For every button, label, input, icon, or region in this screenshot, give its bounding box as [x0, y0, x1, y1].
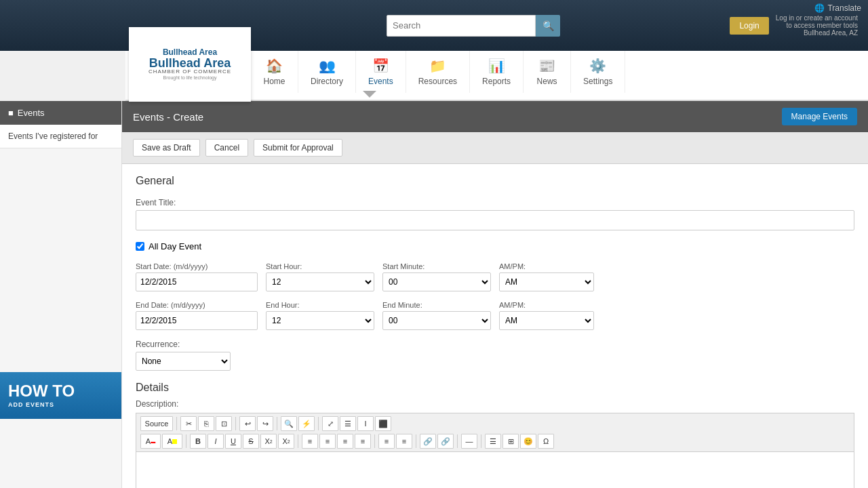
- user-info: Log in or create an accountto access mem…: [776, 14, 858, 37]
- end-ampm-select[interactable]: AMPM: [499, 311, 594, 330]
- editor-paste-btn[interactable]: ⊡: [216, 416, 232, 431]
- start-minute-select[interactable]: 00153045: [382, 272, 491, 291]
- recurrence-select[interactable]: NoneDailyWeeklyMonthlyYearly: [136, 352, 231, 371]
- end-hour-group: End Hour: 12123: [266, 301, 374, 330]
- editor-emoji-btn[interactable]: 😊: [520, 434, 536, 449]
- editor-bold-btn[interactable]: B: [190, 434, 206, 449]
- tb-sep5: [186, 434, 186, 448]
- submit-approval-button[interactable]: Submit for Approval: [254, 139, 342, 157]
- editor-link-btn[interactable]: 🔗: [420, 434, 436, 449]
- end-date-label: End Date: (m/d/yyyy): [136, 301, 258, 309]
- recurrence-label: Recurrence:: [136, 340, 854, 349]
- settings-icon: ⚙️: [589, 58, 606, 74]
- editor-table-btn[interactable]: ⊞: [502, 434, 519, 449]
- main-layout: ■ Events Events I've registered for HOW …: [0, 101, 868, 488]
- directory-icon: 👥: [319, 58, 336, 74]
- editor-fullscreen-btn[interactable]: ⤢: [322, 416, 338, 431]
- start-date-input[interactable]: [136, 272, 258, 291]
- sidebar-item-registered[interactable]: Events I've registered for: [0, 125, 121, 148]
- cancel-button[interactable]: Cancel: [205, 139, 248, 157]
- resources-icon: 📁: [429, 58, 446, 74]
- editor-italic-btn[interactable]: I: [208, 434, 224, 449]
- nav-item-home[interactable]: 🏠 Home: [251, 51, 298, 93]
- editor-align-left-btn[interactable]: ≡: [302, 434, 318, 449]
- content-area: Events - Create Manage Events Save as Dr…: [122, 101, 868, 488]
- logo-bullhead: Bullhead Area: [149, 57, 231, 69]
- search-area: 🔍: [387, 15, 560, 37]
- tb-sep6: [298, 434, 298, 448]
- sidebar: ■ Events Events I've registered for HOW …: [0, 101, 122, 488]
- tb-sep3: [277, 417, 277, 430]
- start-hour-select[interactable]: 12123: [266, 272, 374, 291]
- editor-unordered-list-btn[interactable]: ≡: [396, 434, 412, 449]
- how-to-banner: HOW TO ADD EVENTS: [0, 372, 121, 419]
- start-ampm-label: AM/PM:: [499, 262, 594, 270]
- end-hour-select[interactable]: 12123: [266, 311, 374, 330]
- events-icon: 📅: [372, 58, 389, 74]
- start-datetime-row: Start Date: (m/d/yyyy) Start Hour: 12123…: [136, 262, 854, 291]
- editor-body[interactable]: [136, 451, 854, 488]
- search-icon: 🔍: [542, 20, 554, 31]
- editor-font-color-btn[interactable]: A▬: [140, 434, 161, 449]
- all-day-checkbox[interactable]: [136, 242, 144, 251]
- all-day-label: All Day Event: [149, 241, 201, 251]
- end-minute-select[interactable]: 00153045: [382, 311, 491, 330]
- editor-ordered-list-btn[interactable]: ≡: [378, 434, 395, 449]
- end-date-group: End Date: (m/d/yyyy): [136, 301, 258, 330]
- start-ampm-select[interactable]: AMPM: [499, 272, 594, 291]
- search-input[interactable]: [387, 15, 536, 37]
- start-minute-label: Start Minute:: [382, 262, 491, 270]
- how-to-content: HOW TO ADD EVENTS: [0, 372, 121, 419]
- editor-source-btn[interactable]: Source: [140, 416, 173, 431]
- manage-events-button[interactable]: Manage Events: [782, 108, 857, 125]
- editor-align-center-btn[interactable]: ≡: [319, 434, 336, 449]
- editor-indent-btn[interactable]: ☰: [485, 434, 501, 449]
- editor-special-char-btn[interactable]: Ω: [538, 434, 554, 449]
- nav-item-resources[interactable]: 📁 Resources: [406, 51, 470, 93]
- editor-hr-btn[interactable]: —: [461, 434, 477, 449]
- tb-sep9: [457, 434, 458, 448]
- end-minute-group: End Minute: 00153045: [382, 301, 491, 330]
- description-label: Description:: [136, 399, 854, 409]
- translate-button[interactable]: 🌐 Translate: [814, 3, 861, 13]
- editor-cut-btn[interactable]: ✂: [180, 416, 197, 431]
- editor-form-btn[interactable]: ⬛: [375, 416, 391, 431]
- editor-replace-btn[interactable]: ⚡: [298, 416, 315, 431]
- nav-item-reports[interactable]: 📊 Reports: [470, 51, 524, 93]
- editor-show-blocks-btn[interactable]: ☰: [340, 416, 356, 431]
- start-minute-group: Start Minute: 00153045: [382, 262, 491, 291]
- end-ampm-label: AM/PM:: [499, 301, 594, 309]
- nav-label-directory: Directory: [311, 77, 343, 86]
- top-right-actions: Login Log in or create an accountto acce…: [730, 14, 858, 37]
- editor-redo-btn[interactable]: ↪: [257, 416, 273, 431]
- editor-undo-btn[interactable]: ↩: [239, 416, 256, 431]
- editor-unlink-btn[interactable]: 🔗: [437, 434, 454, 449]
- editor-subscript-btn[interactable]: X2: [260, 434, 277, 449]
- save-draft-button[interactable]: Save as Draft: [133, 139, 200, 157]
- editor-align-justify-btn[interactable]: ≡: [355, 434, 371, 449]
- sidebar-header: ■ Events: [0, 101, 121, 125]
- nav-item-settings[interactable]: ⚙️ Settings: [571, 51, 625, 93]
- editor-underline-btn[interactable]: U: [225, 434, 241, 449]
- end-hour-label: End Hour:: [266, 301, 374, 309]
- nav-item-events[interactable]: 📅 Events: [356, 51, 406, 93]
- home-icon: 🏠: [266, 58, 283, 74]
- editor-bg-color-btn[interactable]: A▬: [162, 434, 182, 449]
- search-button[interactable]: 🔍: [536, 15, 560, 37]
- all-day-row: All Day Event: [136, 241, 854, 251]
- nav-item-directory[interactable]: 👥 Directory: [298, 51, 356, 93]
- event-title-input[interactable]: [136, 210, 854, 230]
- editor-superscript-btn[interactable]: X2: [278, 434, 294, 449]
- translate-icon: 🌐: [814, 3, 825, 13]
- editor-copy-btn[interactable]: ⎘: [198, 416, 214, 431]
- action-bar: Save as Draft Cancel Submit for Approval: [122, 132, 868, 164]
- editor-find-btn[interactable]: 🔍: [281, 416, 297, 431]
- start-ampm-group: AM/PM: AMPM: [499, 262, 594, 291]
- nav-item-news[interactable]: 📰 News: [524, 51, 571, 93]
- editor-select-all-btn[interactable]: I: [357, 416, 374, 431]
- login-button[interactable]: Login: [730, 17, 768, 35]
- tb-sep1: [176, 417, 177, 430]
- end-date-input[interactable]: [136, 311, 258, 330]
- editor-align-right-btn[interactable]: ≡: [337, 434, 353, 449]
- editor-strikethrough-btn[interactable]: S: [243, 434, 259, 449]
